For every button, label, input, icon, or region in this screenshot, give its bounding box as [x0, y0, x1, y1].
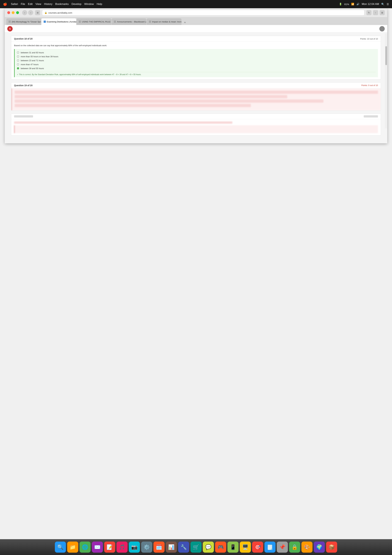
minimize-button[interactable]	[12, 11, 14, 14]
tab-0[interactable]: (94) Moneybagg Yo "Ocean Spray" (Pro...	[6, 18, 41, 25]
answer-18-radio-4[interactable]	[17, 67, 19, 69]
tab-label-2: USING THE EMPIRICAL RULE	[82, 21, 111, 23]
lock-icon: 🔒	[44, 11, 47, 14]
forward-button[interactable]: ›	[28, 10, 33, 15]
answer-18-label-2: between 23 and 71 hours	[21, 59, 44, 62]
tab-4[interactable]: Impact on median & mean: Increasing...	[147, 18, 181, 25]
answer-18-label-1: more than 55 hours or less than 39 hours	[21, 55, 58, 58]
question-19-content	[11, 88, 381, 110]
dock-item-6[interactable]: 🎵	[116, 541, 128, 553]
menu-bookmarks[interactable]: Bookmarks	[55, 2, 69, 6]
dock-item-4[interactable]: ✉️	[92, 541, 103, 553]
dock-item-23[interactable]: 📦	[326, 541, 337, 553]
answer-18-option-4[interactable]: between 39 and 55 hours	[17, 66, 376, 70]
traffic-lights	[7, 11, 19, 14]
extra-section-header	[11, 114, 381, 119]
tab-favicon-3	[114, 21, 116, 23]
menu-help[interactable]: Help	[97, 2, 102, 6]
dock-item-13[interactable]: 💬	[203, 541, 214, 553]
dock-item-14[interactable]: 🎮	[215, 541, 226, 553]
dock-item-3[interactable]: 🌐	[79, 541, 91, 553]
dock-item-12[interactable]: 🛒	[191, 541, 201, 553]
answer-18-radio-1[interactable]	[17, 55, 19, 58]
menu-edit[interactable]: Edit	[28, 2, 33, 6]
question-18-answers: between 31 and 63 hours more than 55 hou…	[14, 49, 378, 77]
answer-18-radio-2[interactable]	[17, 59, 19, 62]
clock: Mon 12:04 AM	[362, 2, 379, 6]
browser-window: ‹ › ⊞ 🔒 courses.acrobatiq.com ↻ ↑ ⊞ (94)…	[5, 8, 387, 143]
dock-item-11[interactable]: 🔧	[178, 541, 189, 553]
dock-item-9[interactable]: 🗓️	[153, 541, 164, 553]
dock: 🔍 📁 🌐 ✉️ 📝 🎵 📷 ⚙️ 🗓️ 📊 🔧 🛒 💬 🎮 📱 🖥️ 🎯 🗒️…	[0, 539, 392, 555]
answer-18-option-3[interactable]: more than 47 hours	[17, 62, 376, 66]
new-tab-plus-button[interactable]: +	[182, 20, 187, 25]
back-button[interactable]: ‹	[22, 10, 27, 15]
tab-overview-button[interactable]: ⊞	[35, 10, 40, 15]
question-19-block: Question 19 of 20 Points: 0 out of 10	[11, 82, 381, 111]
scrollbar-thumb[interactable]	[385, 46, 387, 65]
dock-item-17[interactable]: 🎯	[252, 541, 263, 553]
reload-button[interactable]: ↻	[366, 10, 371, 15]
extra-content-line1	[14, 122, 232, 124]
answer-18-option-0[interactable]: between 31 and 63 hours	[17, 51, 376, 55]
tab-favicon-1	[44, 21, 46, 23]
dock-item-7[interactable]: 📷	[129, 541, 140, 553]
answer-18-radio-3[interactable]	[17, 63, 19, 66]
dock-item-2[interactable]: 📁	[67, 541, 78, 553]
close-button[interactable]	[7, 11, 10, 14]
tab-favicon-4	[149, 21, 151, 23]
dock-item-finder[interactable]: 🔍	[55, 541, 66, 553]
tab-1[interactable]: Examining Distributions | Acrobatiq	[41, 18, 76, 25]
menu-view[interactable]: View	[36, 2, 41, 6]
answer-18-label-3: more than 47 hours	[21, 63, 39, 66]
dock-item-21[interactable]: 🎨	[301, 541, 313, 553]
answer-18-radio-0[interactable]	[17, 51, 19, 54]
question-18-block: Question 18 of 20 Points: 10 out of 10 B…	[11, 36, 381, 80]
question-19-points: Points: 0 out of 10	[361, 84, 378, 87]
apple-menu[interactable]: 🍎	[3, 2, 7, 6]
answer-19-option-1	[15, 95, 287, 98]
battery-percent: 81%	[344, 3, 349, 6]
extra-content	[11, 119, 381, 135]
extra-section	[11, 114, 381, 136]
dock-item-16[interactable]: 🖥️	[240, 541, 251, 553]
menu-bar-right: 🔋 81% 📶 🔊 Mon 12:04 AM 🔍 ☰	[339, 2, 389, 6]
dock-item-18[interactable]: 🗒️	[264, 541, 276, 553]
menu-safari[interactable]: Safari	[11, 2, 18, 6]
answer-18-option-1[interactable]: more than 55 hours or less than 39 hours	[17, 55, 376, 58]
dock-item-15[interactable]: 📱	[228, 541, 239, 553]
content-area: Question 18 of 20 Points: 10 out of 10 B…	[5, 33, 387, 143]
search-icon[interactable]: 🔍	[381, 3, 385, 6]
extra-section-body	[11, 119, 381, 135]
dock-item-19[interactable]: 📌	[277, 541, 288, 553]
tab-2[interactable]: USING THE EMPIRICAL RULE	[77, 18, 111, 25]
menu-history[interactable]: History	[44, 2, 52, 6]
tab-3[interactable]: Announcements – Blackboard Learn	[112, 18, 146, 25]
question-18-text: Based on the collected data we can say t…	[14, 44, 378, 47]
dock-item-5[interactable]: 📝	[104, 541, 115, 553]
tab-label-4: Impact on median & mean: Increasing...	[152, 21, 181, 23]
url-text[interactable]: courses.acrobatiq.com	[48, 11, 72, 14]
tab-favicon-0	[8, 21, 11, 23]
menu-file[interactable]: File	[21, 2, 25, 6]
scrollbar[interactable]	[385, 34, 387, 128]
new-tab-button[interactable]: ⊞	[380, 10, 385, 15]
dock-item-10[interactable]: 📊	[166, 541, 177, 553]
tab-bar: (94) Moneybagg Yo "Ocean Spray" (Pro... …	[5, 17, 387, 25]
share-button[interactable]: ↑	[373, 10, 378, 15]
question-18-body: Based on the collected data we can say t…	[11, 42, 381, 79]
control-center-icon[interactable]: ☰	[387, 3, 389, 6]
maximize-button[interactable]	[16, 11, 19, 14]
user-bar-right-icon	[379, 26, 385, 31]
answer-18-option-2[interactable]: between 23 and 71 hours	[17, 58, 376, 62]
volume-icon: 🔊	[356, 3, 359, 6]
dock-item-22[interactable]: 🌍	[314, 541, 325, 553]
answer-19-option-0	[15, 91, 378, 94]
menu-window[interactable]: Window	[84, 2, 94, 6]
dock-item-8[interactable]: ⚙️	[141, 541, 152, 553]
address-bar[interactable]: 🔒 courses.acrobatiq.com	[42, 10, 364, 15]
menu-develop[interactable]: Develop	[71, 2, 81, 6]
dock-item-20[interactable]: 🔒	[289, 541, 300, 553]
mac-menu-bar: 🍎 Safari File Edit View History Bookmark…	[0, 0, 392, 8]
user-avatar: S	[7, 26, 13, 31]
